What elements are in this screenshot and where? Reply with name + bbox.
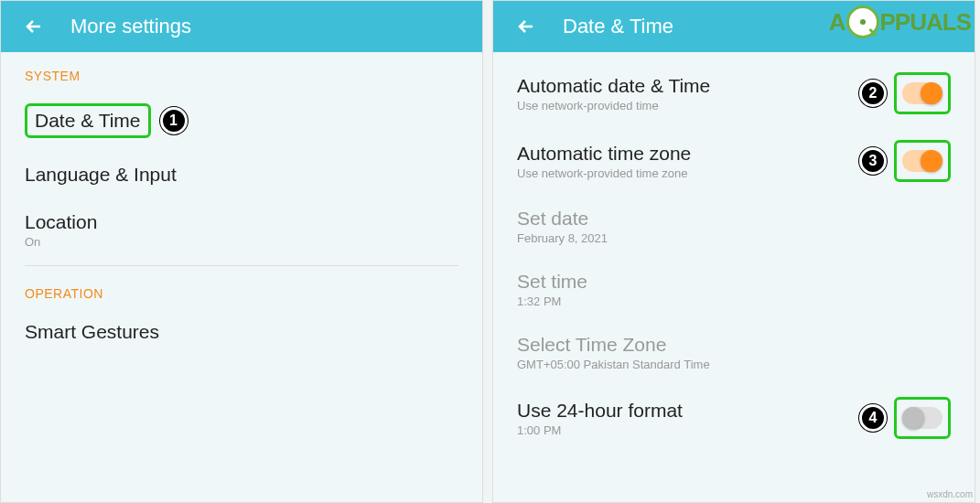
highlight-toggle-auto-date: [894, 72, 951, 114]
toggle-knob: [921, 82, 942, 104]
header-title-right: Date & Time: [563, 15, 673, 38]
sub-set-date: February 8, 2021: [517, 231, 608, 245]
header-title-left: More settings: [70, 15, 191, 38]
title-auto-zone: Automatic time zone: [517, 143, 691, 165]
header-more-settings: More settings: [1, 1, 482, 52]
right-screen: Date & Time Automatic date & Time Use ne…: [492, 0, 975, 503]
item-smart-gestures[interactable]: Smart Gestures: [1, 308, 482, 356]
back-button-right[interactable]: [508, 8, 544, 45]
item-sub-location: On: [25, 235, 97, 249]
logo-letter-a: A: [829, 8, 845, 37]
annotation-2: 2: [859, 80, 887, 107]
title-use-24h: Use 24-hour format: [517, 400, 683, 422]
annotation-4: 4: [859, 404, 887, 432]
item-title-smart-gestures: Smart Gestures: [25, 321, 159, 343]
sub-use-24h: 1:00 PM: [517, 423, 683, 437]
title-set-time: Set time: [517, 271, 587, 293]
item-use-24h[interactable]: Use 24-hour format 1:00 PM 4: [493, 384, 975, 452]
item-date-time[interactable]: Date & Time 1: [1, 91, 482, 151]
section-label-system: SYSTEM: [1, 52, 482, 91]
title-auto-date: Automatic date & Time: [517, 75, 710, 97]
item-set-date: Set date February 8, 2021: [493, 195, 975, 258]
toggle-auto-zone[interactable]: [902, 150, 942, 172]
toggle-auto-date[interactable]: [902, 82, 942, 104]
item-auto-date[interactable]: Automatic date & Time Use network-provid…: [493, 52, 975, 127]
item-select-zone: Select Time Zone GMT+05:00 Pakistan Stan…: [493, 321, 975, 384]
item-auto-zone[interactable]: Automatic time zone Use network-provided…: [493, 127, 975, 195]
toggle-knob: [921, 150, 942, 172]
sub-auto-date: Use network-provided time: [517, 99, 710, 112]
sub-set-time: 1:32 PM: [517, 294, 587, 308]
left-content: SYSTEM Date & Time 1 Language & Input Lo…: [1, 52, 482, 502]
item-location[interactable]: Location On: [1, 198, 482, 262]
arrow-left-icon: [23, 16, 45, 37]
toggle-knob: [902, 407, 924, 429]
divider: [25, 265, 458, 266]
item-language-input[interactable]: Language & Input: [1, 151, 482, 198]
item-title-language: Language & Input: [25, 164, 177, 186]
section-label-operation: OPERATION: [1, 270, 482, 308]
back-button[interactable]: [16, 8, 52, 45]
toggle-24h[interactable]: [902, 407, 942, 429]
watermark: wsxdn.com: [927, 489, 973, 499]
highlight-date-time: Date & Time: [25, 103, 151, 138]
logo-circle-icon: [846, 5, 879, 38]
annotation-1: 1: [160, 107, 188, 134]
annotation-3: 3: [859, 147, 887, 175]
appuals-logo: A PPUALS: [829, 5, 971, 38]
left-screen: More settings SYSTEM Date & Time 1 Langu…: [0, 0, 483, 503]
sub-auto-zone: Use network-provided time zone: [517, 166, 691, 180]
item-title-date-time: Date & Time: [35, 110, 141, 131]
logo-text-ppuals: PPUALS: [880, 8, 971, 37]
highlight-toggle-auto-zone: [894, 140, 951, 182]
item-set-time: Set time 1:32 PM: [493, 258, 975, 321]
sub-select-zone: GMT+05:00 Pakistan Standard Time: [517, 358, 710, 371]
title-set-date: Set date: [517, 208, 608, 230]
highlight-toggle-24h: [894, 397, 951, 439]
title-select-zone: Select Time Zone: [517, 334, 710, 356]
arrow-left-icon: [515, 16, 537, 37]
item-title-location: Location: [25, 211, 97, 233]
right-content: Automatic date & Time Use network-provid…: [493, 52, 975, 502]
